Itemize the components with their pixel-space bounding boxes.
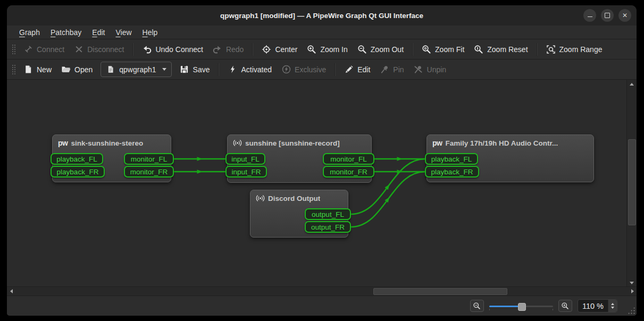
scroll-up-button[interactable] <box>627 80 637 88</box>
spin-down-icon <box>611 307 614 309</box>
menu-graph[interactable]: Graph <box>14 27 45 38</box>
statusbar-zoom-in-button[interactable] <box>558 300 572 312</box>
redo-icon <box>213 45 222 54</box>
scroll-down-button[interactable] <box>627 278 637 287</box>
new-button[interactable]: New <box>19 62 56 77</box>
zoom-fit-button[interactable]: Zoom Fit <box>417 42 469 57</box>
patchbay-file-icon <box>106 65 115 74</box>
pin-icon <box>380 65 389 74</box>
exclusive-button: Exclusive <box>277 62 331 77</box>
zoom-out-icon <box>357 45 367 54</box>
resize-grip[interactable] <box>628 307 635 314</box>
undo-icon <box>142 45 152 54</box>
graph-port-output_FR-out[interactable]: output_FR <box>305 221 351 233</box>
menu-view[interactable]: View <box>111 27 136 38</box>
horizontal-scrollbar[interactable] <box>7 286 637 295</box>
toolbar-main: Connect Disconnect Undo Connect Redo Cen… <box>7 39 637 60</box>
toolbar-drag-handle[interactable] <box>11 64 15 75</box>
graph-port-monitor_FR-out[interactable]: monitor_FR <box>323 166 374 178</box>
graph-port-playback_FR-in[interactable]: playback_FR <box>51 166 105 178</box>
slider-tick <box>489 309 490 310</box>
zoom-out-icon <box>473 302 481 310</box>
zoom-in-button[interactable]: Zoom In <box>302 42 352 57</box>
zoom-out-button[interactable]: Zoom Out <box>353 42 408 57</box>
close-icon: ✕ <box>622 12 628 19</box>
graph-canvas-area: pwsink-sunshine-stereoplayback_FLplaybac… <box>7 80 637 295</box>
toolbar-drag-handle[interactable] <box>11 44 15 55</box>
zoom-range-button[interactable]: Zoom Range <box>541 42 607 57</box>
arrow-down-icon <box>630 282 634 284</box>
zoom-percent-spinbox[interactable]: 110 % <box>578 299 617 312</box>
menu-help[interactable]: Help <box>138 27 163 38</box>
exclusive-label: Exclusive <box>295 65 326 74</box>
zoom-reset-label: Zoom Reset <box>487 45 528 54</box>
vertical-scroll-thumb[interactable] <box>628 139 636 225</box>
center-icon <box>262 45 271 54</box>
undo-label: Undo Connect <box>155 45 203 54</box>
unpin-icon <box>414 65 423 74</box>
open-button[interactable]: Open <box>56 62 97 77</box>
connect-icon <box>23 45 33 54</box>
title-bar[interactable]: qpwgraph1 [modified] — A PipeWire Graph … <box>7 5 637 26</box>
graph-port-monitor_FL-out[interactable]: monitor_FL <box>323 153 374 165</box>
window-controls: ✕ <box>583 9 631 22</box>
save-button[interactable]: Save <box>175 62 215 77</box>
graph-port-playback_FR-in[interactable]: playback_FR <box>425 166 479 178</box>
zoom-reset-icon <box>474 45 483 54</box>
graph-port-input_FL-in[interactable]: input_FL <box>225 153 265 165</box>
horizontal-scroll-thumb[interactable] <box>373 288 507 295</box>
zoom-slider[interactable] <box>489 301 553 311</box>
spin-up-icon <box>611 303 614 305</box>
unpin-label: Unpin <box>427 65 447 74</box>
patchbay-selector-value: qpwgraph1 <box>119 65 156 74</box>
toolbar-separator <box>132 43 133 56</box>
node-title: Discord Output <box>268 195 320 202</box>
zoom-in-icon <box>307 45 316 54</box>
zoom-slider-handle[interactable] <box>518 303 526 311</box>
zoom-in-label: Zoom In <box>320 45 347 54</box>
graph-port-input_FR-in[interactable]: input_FR <box>225 166 267 178</box>
status-bar: 110 % <box>7 295 637 316</box>
disconnect-icon <box>74 45 83 54</box>
save-label: Save <box>193 65 210 74</box>
disconnect-label: Disconnect <box>87 45 124 54</box>
menu-patchbay[interactable]: Patchbay <box>46 27 86 38</box>
scroll-right-button[interactable] <box>628 287 637 295</box>
menu-edit[interactable]: Edit <box>87 27 110 38</box>
chevron-down-icon <box>162 68 166 71</box>
graph-port-playback_FL-in[interactable]: playback_FL <box>425 153 478 165</box>
graph-port-monitor_FR-out[interactable]: monitor_FR <box>124 166 174 178</box>
graph-canvas[interactable]: pwsink-sunshine-stereoplayback_FLplaybac… <box>7 80 627 287</box>
zoom-reset-button[interactable]: Zoom Reset <box>469 42 532 57</box>
slider-tick <box>553 309 553 310</box>
patchbay-selector[interactable]: qpwgraph1 <box>101 62 171 77</box>
node-title: sunshine [sunshine-record] <box>245 139 340 147</box>
pipewire-icon: pw <box>432 139 442 147</box>
graph-port-monitor_FL-out[interactable]: monitor_FL <box>124 153 174 165</box>
undo-connect-button[interactable]: Undo Connect <box>137 42 208 57</box>
activated-lightning-icon <box>228 65 237 74</box>
activated-button[interactable]: Activated <box>223 62 277 77</box>
minimize-icon <box>588 16 592 17</box>
close-button[interactable]: ✕ <box>618 9 631 22</box>
graph-port-playback_FL-in[interactable]: playback_FL <box>51 153 103 165</box>
node-title: Family 17h/19h HD Audio Contr... <box>445 139 558 147</box>
statusbar-zoom-out-button[interactable] <box>470 300 484 312</box>
graph-port-output_FL-out[interactable]: output_FL <box>305 208 351 220</box>
minimize-button[interactable] <box>583 9 596 22</box>
vertical-scrollbar[interactable] <box>626 80 637 287</box>
pin-button: Pin <box>375 62 408 77</box>
zoom-fit-label: Zoom Fit <box>435 45 464 54</box>
node-title: sink-sunshine-stereo <box>71 139 143 147</box>
edit-label: Edit <box>357 65 370 74</box>
edit-button[interactable]: Edit <box>339 62 375 77</box>
zoom-out-label: Zoom Out <box>371 45 404 54</box>
zoom-percent-value: 110 % <box>578 302 608 310</box>
redo-label: Redo <box>226 45 244 54</box>
open-folder-icon <box>61 65 71 74</box>
scroll-left-button[interactable] <box>7 287 15 295</box>
toolbar-separator <box>537 43 538 56</box>
spinbox-steppers[interactable] <box>608 300 617 312</box>
maximize-button[interactable] <box>601 9 614 22</box>
center-button[interactable]: Center <box>257 42 302 57</box>
